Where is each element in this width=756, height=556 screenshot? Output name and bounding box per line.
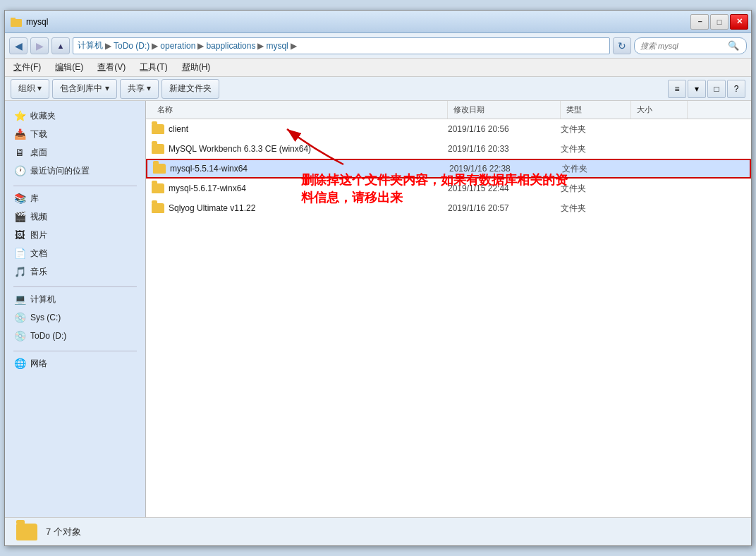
- sidebar-item-todo[interactable]: 💿 ToDo (D:): [5, 327, 145, 345]
- col-header-date[interactable]: 修改日期: [448, 101, 561, 119]
- view-tile-button[interactable]: □: [707, 80, 726, 98]
- sidebar-item-documents[interactable]: 📄 文档: [5, 244, 145, 262]
- video-icon: 🎬: [13, 210, 26, 223]
- main-area: ⭐ 收藏夹 📥 下载 🖥 桌面 🕐 最近访问的位置: [5, 101, 751, 517]
- sidebar-computer-section: 💻 计算机 💿 Sys (C:) 💿 ToDo (D:): [5, 290, 145, 345]
- sidebar-item-desktop[interactable]: 🖥 桌面: [5, 143, 145, 162]
- sidebar-network-header[interactable]: 🌐 网络: [5, 354, 145, 373]
- sidebar-item-pictures[interactable]: 🖼 图片: [5, 226, 145, 244]
- sidebar-item-music[interactable]: 🎵 音乐: [5, 262, 145, 281]
- status-bar: 7 个对象: [5, 517, 751, 545]
- view-buttons: ≡ ▾ □ ?: [668, 80, 745, 98]
- col-header-name[interactable]: 名称: [152, 101, 448, 119]
- sidebar-favorites-section: ⭐ 收藏夹 📥 下载 🖥 桌面 🕐 最近访问的位置: [5, 107, 145, 180]
- address-bar: ◀ ▶ ▲ 计算机 ▶ ToDo (D:) ▶ operation ▶ bapp…: [5, 33, 751, 59]
- disk-c-icon: 💿: [13, 311, 26, 324]
- path-bapplications[interactable]: bapplications: [206, 41, 255, 51]
- music-icon: 🎵: [13, 265, 26, 278]
- sidebar: ⭐ 收藏夹 📥 下载 🖥 桌面 🕐 最近访问的位置: [5, 101, 146, 517]
- view-list-button[interactable]: ≡: [668, 80, 686, 98]
- sidebar-item-recent[interactable]: 🕐 最近访问的位置: [5, 162, 145, 180]
- organize-button[interactable]: 组织 ▾: [11, 79, 49, 99]
- sidebar-sep-1: [13, 186, 137, 186]
- file-list-area: 名称 修改日期 类型 大小 client 2019/1/16 20:56 文件夹: [146, 101, 751, 517]
- path-todo[interactable]: ToDo (D:): [114, 41, 150, 51]
- title-text: mysql: [26, 17, 48, 27]
- network-icon: 🌐: [13, 357, 26, 370]
- menu-help[interactable]: 帮助(H): [179, 60, 214, 75]
- pictures-icon: 🖼: [13, 229, 26, 241]
- folder-icon-sqlyog: [152, 203, 164, 213]
- search-icon: 🔍: [728, 40, 739, 51]
- computer-icon: 💻: [13, 293, 26, 306]
- share-button[interactable]: 共享 ▾: [120, 79, 159, 99]
- disk-d-icon: 💿: [13, 330, 26, 342]
- folder-icon-mysql5514: [153, 164, 166, 174]
- sidebar-favorites-header[interactable]: ⭐ 收藏夹: [5, 107, 145, 125]
- file-list: client 2019/1/16 20:56 文件夹 MySQL Workben…: [146, 119, 751, 517]
- file-row-workbench[interactable]: MySQL Workbench 6.3.3 CE (winx64) 2019/1…: [146, 139, 751, 159]
- status-folder-icon: [16, 524, 37, 540]
- sidebar-network-section: 🌐 网络: [5, 354, 145, 373]
- recent-icon: 🕐: [13, 164, 26, 177]
- sidebar-sep-2: [13, 286, 137, 287]
- library-icon: 📚: [13, 192, 26, 205]
- folder-icon-client: [152, 124, 164, 134]
- title-bar-left: mysql: [11, 16, 48, 28]
- file-row-mysql5617[interactable]: mysql-5.6.17-winx64 2019/1/15 22:44 文件夹: [146, 179, 751, 198]
- up-button[interactable]: ▲: [51, 37, 70, 54]
- file-row-client[interactable]: client 2019/1/16 20:56 文件夹: [146, 119, 751, 139]
- file-row-mysql5514[interactable]: mysql-5.5.14-winx64 2019/1/16 22:38 文件夹: [146, 159, 751, 179]
- file-row-sqlyog[interactable]: Sqlyog Ultimate v11.22 2019/1/16 20:57 文…: [146, 198, 751, 218]
- file-list-header: 名称 修改日期 类型 大小: [146, 101, 751, 119]
- view-detail-button[interactable]: ▾: [688, 80, 706, 98]
- sidebar-item-video[interactable]: 🎬 视频: [5, 207, 145, 226]
- sidebar-libraries-header[interactable]: 📚 库: [5, 189, 145, 207]
- sidebar-computer-header[interactable]: 💻 计算机: [5, 290, 145, 308]
- status-count: 7 个对象: [46, 526, 81, 538]
- new-folder-button[interactable]: 新建文件夹: [161, 79, 219, 99]
- title-bar: mysql － □ ✕: [5, 11, 751, 33]
- path-computer[interactable]: 计算机: [78, 40, 103, 52]
- path-mysql[interactable]: mysql: [266, 41, 288, 51]
- menu-tools[interactable]: 工具(T): [137, 60, 170, 75]
- minimize-button[interactable]: －: [690, 14, 709, 30]
- menu-view[interactable]: 查看(V): [94, 60, 128, 75]
- toolbar: 组织 ▾ 包含到库中 ▾ 共享 ▾ 新建文件夹 ≡ ▾ □ ?: [5, 77, 751, 101]
- desktop-icon: 🖥: [13, 146, 26, 159]
- maximize-button[interactable]: □: [710, 14, 728, 30]
- explorer-window: mysql － □ ✕ ◀ ▶ ▲ 计算机 ▶ ToDo (D:) ▶ oper…: [4, 10, 752, 546]
- downloads-icon: 📥: [13, 128, 26, 140]
- close-button[interactable]: ✕: [730, 14, 748, 30]
- folder-icon-workbench: [152, 144, 164, 154]
- refresh-button[interactable]: ↻: [613, 37, 631, 54]
- sidebar-item-downloads[interactable]: 📥 下载: [5, 125, 145, 143]
- menu-file[interactable]: 文件(F): [11, 60, 44, 75]
- window-icon: [11, 16, 22, 28]
- search-input[interactable]: [640, 42, 725, 50]
- title-bar-buttons: － □ ✕: [690, 14, 748, 30]
- sidebar-item-sysc[interactable]: 💿 Sys (C:): [5, 308, 145, 327]
- address-path[interactable]: 计算机 ▶ ToDo (D:) ▶ operation ▶ bapplicati…: [73, 37, 610, 54]
- documents-icon: 📄: [13, 247, 26, 260]
- back-button[interactable]: ◀: [9, 37, 28, 54]
- sidebar-libraries-section: 📚 库 🎬 视频 🖼 图片 📄 文档 🎵 音乐: [5, 189, 145, 281]
- path-operation[interactable]: operation: [160, 41, 195, 51]
- menu-edit[interactable]: 编辑(E): [52, 60, 86, 75]
- col-header-size[interactable]: 大小: [631, 101, 688, 119]
- folder-icon-mysql5617: [152, 183, 164, 193]
- svg-rect-1: [11, 18, 16, 20]
- sidebar-sep-3: [13, 351, 137, 351]
- col-header-type[interactable]: 类型: [561, 101, 631, 119]
- help-button[interactable]: ?: [727, 80, 745, 98]
- forward-button[interactable]: ▶: [30, 37, 49, 54]
- search-box[interactable]: 🔍: [634, 37, 747, 54]
- star-icon: ⭐: [13, 109, 26, 122]
- menu-bar: 文件(F) 编辑(E) 查看(V) 工具(T) 帮助(H): [5, 59, 751, 77]
- include-button[interactable]: 包含到库中 ▾: [52, 79, 116, 99]
